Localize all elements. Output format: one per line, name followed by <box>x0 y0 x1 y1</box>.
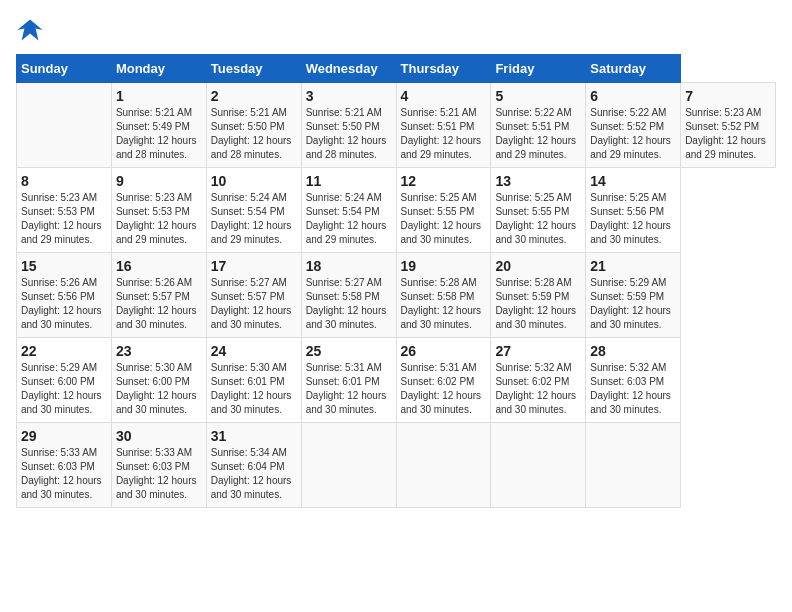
day-content: Sunrise: 5:29 AM Sunset: 5:59 PM Dayligh… <box>590 276 676 332</box>
day-number: 5 <box>495 88 581 104</box>
day-cell-5: 5Sunrise: 5:22 AM Sunset: 5:51 PM Daylig… <box>491 83 586 168</box>
day-number: 16 <box>116 258 202 274</box>
day-cell-19: 19Sunrise: 5:28 AM Sunset: 5:58 PM Dayli… <box>396 253 491 338</box>
day-content: Sunrise: 5:23 AM Sunset: 5:52 PM Dayligh… <box>685 106 771 162</box>
day-number: 3 <box>306 88 392 104</box>
day-number: 26 <box>401 343 487 359</box>
day-content: Sunrise: 5:31 AM Sunset: 6:01 PM Dayligh… <box>306 361 392 417</box>
day-content: Sunrise: 5:21 AM Sunset: 5:51 PM Dayligh… <box>401 106 487 162</box>
day-content: Sunrise: 5:32 AM Sunset: 6:02 PM Dayligh… <box>495 361 581 417</box>
day-content: Sunrise: 5:23 AM Sunset: 5:53 PM Dayligh… <box>116 191 202 247</box>
day-number: 25 <box>306 343 392 359</box>
day-number: 6 <box>590 88 676 104</box>
day-content: Sunrise: 5:24 AM Sunset: 5:54 PM Dayligh… <box>211 191 297 247</box>
day-number: 30 <box>116 428 202 444</box>
day-cell-2: 2Sunrise: 5:21 AM Sunset: 5:50 PM Daylig… <box>206 83 301 168</box>
day-cell-3: 3Sunrise: 5:21 AM Sunset: 5:50 PM Daylig… <box>301 83 396 168</box>
day-content: Sunrise: 5:21 AM Sunset: 5:50 PM Dayligh… <box>211 106 297 162</box>
day-content: Sunrise: 5:26 AM Sunset: 5:57 PM Dayligh… <box>116 276 202 332</box>
day-content: Sunrise: 5:24 AM Sunset: 5:54 PM Dayligh… <box>306 191 392 247</box>
header-day-tuesday: Tuesday <box>206 55 301 83</box>
day-number: 31 <box>211 428 297 444</box>
day-number: 21 <box>590 258 676 274</box>
day-content: Sunrise: 5:31 AM Sunset: 6:02 PM Dayligh… <box>401 361 487 417</box>
empty-cell <box>301 423 396 508</box>
day-content: Sunrise: 5:22 AM Sunset: 5:52 PM Dayligh… <box>590 106 676 162</box>
day-number: 8 <box>21 173 107 189</box>
header-day-wednesday: Wednesday <box>301 55 396 83</box>
day-content: Sunrise: 5:21 AM Sunset: 5:49 PM Dayligh… <box>116 106 202 162</box>
day-content: Sunrise: 5:30 AM Sunset: 6:01 PM Dayligh… <box>211 361 297 417</box>
day-number: 27 <box>495 343 581 359</box>
header-day-sunday: Sunday <box>17 55 112 83</box>
day-cell-20: 20Sunrise: 5:28 AM Sunset: 5:59 PM Dayli… <box>491 253 586 338</box>
day-cell-4: 4Sunrise: 5:21 AM Sunset: 5:51 PM Daylig… <box>396 83 491 168</box>
day-number: 28 <box>590 343 676 359</box>
day-cell-26: 26Sunrise: 5:31 AM Sunset: 6:02 PM Dayli… <box>396 338 491 423</box>
day-cell-29: 29Sunrise: 5:33 AM Sunset: 6:03 PM Dayli… <box>17 423 112 508</box>
day-cell-14: 14Sunrise: 5:25 AM Sunset: 5:56 PM Dayli… <box>586 168 681 253</box>
header-day-thursday: Thursday <box>396 55 491 83</box>
day-number: 23 <box>116 343 202 359</box>
week-row-1: 1Sunrise: 5:21 AM Sunset: 5:49 PM Daylig… <box>17 83 776 168</box>
page-header <box>16 16 776 44</box>
day-number: 29 <box>21 428 107 444</box>
day-cell-7: 7Sunrise: 5:23 AM Sunset: 5:52 PM Daylig… <box>681 83 776 168</box>
empty-cell <box>396 423 491 508</box>
day-cell-8: 8Sunrise: 5:23 AM Sunset: 5:53 PM Daylig… <box>17 168 112 253</box>
day-content: Sunrise: 5:33 AM Sunset: 6:03 PM Dayligh… <box>116 446 202 502</box>
day-content: Sunrise: 5:25 AM Sunset: 5:55 PM Dayligh… <box>401 191 487 247</box>
day-content: Sunrise: 5:26 AM Sunset: 5:56 PM Dayligh… <box>21 276 107 332</box>
day-number: 2 <box>211 88 297 104</box>
empty-cell <box>491 423 586 508</box>
empty-cell <box>17 83 112 168</box>
header-day-saturday: Saturday <box>586 55 681 83</box>
week-row-4: 22Sunrise: 5:29 AM Sunset: 6:00 PM Dayli… <box>17 338 776 423</box>
header-day-monday: Monday <box>111 55 206 83</box>
day-number: 11 <box>306 173 392 189</box>
day-cell-28: 28Sunrise: 5:32 AM Sunset: 6:03 PM Dayli… <box>586 338 681 423</box>
day-content: Sunrise: 5:27 AM Sunset: 5:57 PM Dayligh… <box>211 276 297 332</box>
calendar-table: SundayMondayTuesdayWednesdayThursdayFrid… <box>16 54 776 508</box>
day-number: 22 <box>21 343 107 359</box>
day-number: 20 <box>495 258 581 274</box>
day-cell-23: 23Sunrise: 5:30 AM Sunset: 6:00 PM Dayli… <box>111 338 206 423</box>
week-row-3: 15Sunrise: 5:26 AM Sunset: 5:56 PM Dayli… <box>17 253 776 338</box>
day-content: Sunrise: 5:25 AM Sunset: 5:55 PM Dayligh… <box>495 191 581 247</box>
day-cell-9: 9Sunrise: 5:23 AM Sunset: 5:53 PM Daylig… <box>111 168 206 253</box>
day-content: Sunrise: 5:28 AM Sunset: 5:59 PM Dayligh… <box>495 276 581 332</box>
day-number: 9 <box>116 173 202 189</box>
day-cell-6: 6Sunrise: 5:22 AM Sunset: 5:52 PM Daylig… <box>586 83 681 168</box>
day-number: 15 <box>21 258 107 274</box>
day-cell-27: 27Sunrise: 5:32 AM Sunset: 6:02 PM Dayli… <box>491 338 586 423</box>
day-number: 4 <box>401 88 487 104</box>
day-cell-12: 12Sunrise: 5:25 AM Sunset: 5:55 PM Dayli… <box>396 168 491 253</box>
day-cell-24: 24Sunrise: 5:30 AM Sunset: 6:01 PM Dayli… <box>206 338 301 423</box>
day-number: 24 <box>211 343 297 359</box>
day-number: 17 <box>211 258 297 274</box>
day-cell-18: 18Sunrise: 5:27 AM Sunset: 5:58 PM Dayli… <box>301 253 396 338</box>
day-cell-31: 31Sunrise: 5:34 AM Sunset: 6:04 PM Dayli… <box>206 423 301 508</box>
day-cell-22: 22Sunrise: 5:29 AM Sunset: 6:00 PM Dayli… <box>17 338 112 423</box>
day-cell-17: 17Sunrise: 5:27 AM Sunset: 5:57 PM Dayli… <box>206 253 301 338</box>
day-number: 14 <box>590 173 676 189</box>
day-cell-16: 16Sunrise: 5:26 AM Sunset: 5:57 PM Dayli… <box>111 253 206 338</box>
day-cell-15: 15Sunrise: 5:26 AM Sunset: 5:56 PM Dayli… <box>17 253 112 338</box>
day-number: 19 <box>401 258 487 274</box>
day-content: Sunrise: 5:32 AM Sunset: 6:03 PM Dayligh… <box>590 361 676 417</box>
day-number: 1 <box>116 88 202 104</box>
day-content: Sunrise: 5:23 AM Sunset: 5:53 PM Dayligh… <box>21 191 107 247</box>
day-content: Sunrise: 5:29 AM Sunset: 6:00 PM Dayligh… <box>21 361 107 417</box>
day-cell-11: 11Sunrise: 5:24 AM Sunset: 5:54 PM Dayli… <box>301 168 396 253</box>
day-cell-30: 30Sunrise: 5:33 AM Sunset: 6:03 PM Dayli… <box>111 423 206 508</box>
day-content: Sunrise: 5:33 AM Sunset: 6:03 PM Dayligh… <box>21 446 107 502</box>
logo <box>16 16 48 44</box>
week-row-2: 8Sunrise: 5:23 AM Sunset: 5:53 PM Daylig… <box>17 168 776 253</box>
day-number: 10 <box>211 173 297 189</box>
day-content: Sunrise: 5:27 AM Sunset: 5:58 PM Dayligh… <box>306 276 392 332</box>
day-cell-13: 13Sunrise: 5:25 AM Sunset: 5:55 PM Dayli… <box>491 168 586 253</box>
day-content: Sunrise: 5:34 AM Sunset: 6:04 PM Dayligh… <box>211 446 297 502</box>
logo-icon <box>16 16 44 44</box>
day-cell-1: 1Sunrise: 5:21 AM Sunset: 5:49 PM Daylig… <box>111 83 206 168</box>
day-content: Sunrise: 5:21 AM Sunset: 5:50 PM Dayligh… <box>306 106 392 162</box>
